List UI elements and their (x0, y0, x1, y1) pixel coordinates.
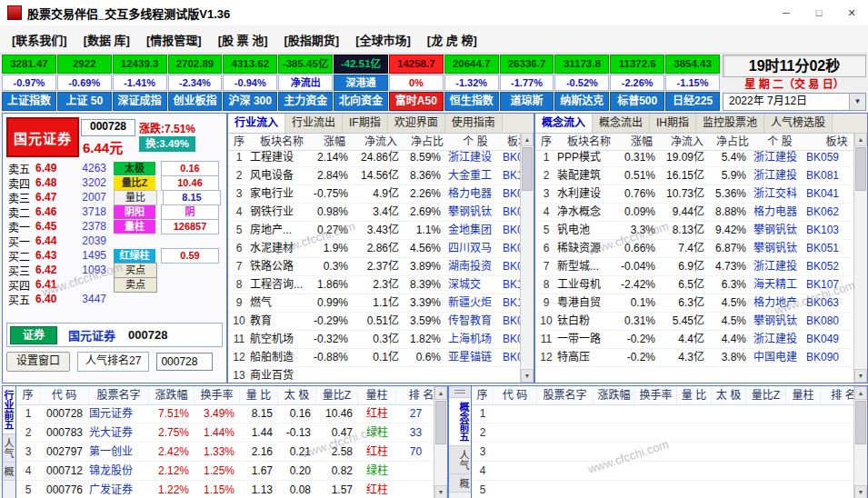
menu-item[interactable]: [股指期货] (276, 27, 348, 52)
tab[interactable]: 使用指南 (445, 114, 503, 133)
scroll-up-icon[interactable]: ▲ (521, 133, 534, 146)
scrollbar[interactable]: ▲ ▼ (434, 386, 447, 498)
order-book-row[interactable]: 买四 6.41 卖点 (3, 277, 226, 292)
market-index-cell[interactable]: 31173.8 -0.52% 纳斯达克 (554, 55, 609, 111)
tab[interactable]: IH期指 (650, 114, 696, 133)
index-label[interactable]: 标普500 (610, 92, 664, 111)
market-index-cell[interactable]: -42.51亿 深港通 北向资金 (334, 55, 388, 111)
maximize-icon[interactable]: □ (803, 0, 835, 25)
menu-item[interactable]: [股 票 池] (210, 27, 276, 52)
order-book-row[interactable]: 买三 6.42 1093 买点 (3, 263, 226, 277)
scroll-down-icon[interactable]: ▼ (521, 369, 534, 383)
stock-row[interactable]: 1 000728 国元证券 7.51% 3.49% 8.15 0.16 10.4… (16, 404, 435, 423)
stock-row[interactable]: 1 (472, 404, 855, 423)
stock-row[interactable]: 2 000783 光大证券 2.75% 1.44% 1.44 -0.13 0.4… (16, 423, 435, 443)
scrollbar[interactable]: ▲ ▼ (853, 133, 867, 383)
index-label[interactable]: 恒生指数 (444, 92, 499, 111)
sector-row[interactable]: 1 工程建设 2.14% 24.86亿 8.59% 浙江建设 BK042 (228, 149, 521, 167)
date-combobox[interactable]: 2022年 7月12日 ▼ (723, 93, 866, 111)
order-book-row[interactable]: 卖三 6.47 2007 量比 8.15 (3, 190, 226, 204)
tab[interactable]: 监控股票池 (696, 114, 764, 133)
close-icon[interactable]: ✕ (835, 0, 868, 25)
indicator-label[interactable]: 红绿柱 (114, 249, 155, 263)
sector-row[interactable]: 11 一带一路 -0.2% 4.4亿 4.4% 浙江建投 BK049 (535, 331, 854, 349)
stock-row[interactable]: 5 (472, 481, 855, 498)
index-label[interactable]: 上证 50 (57, 92, 112, 111)
indicator-label[interactable]: 买点 (114, 263, 157, 278)
market-index-cell[interactable]: 3281.47 -0.97% 上证指数 (2, 55, 56, 111)
menu-item[interactable]: [情报管理] (138, 27, 210, 52)
index-label[interactable]: 深证成指 (113, 92, 167, 111)
sector-row[interactable]: 9 燃气 0.99% 1.1亿 3.39% 新疆火炬 BK102 (228, 294, 521, 313)
sector-row[interactable]: 5 房地产... 0.27% 3.43亿 1.1% 金地集团 BK045 (228, 222, 521, 240)
stock-row[interactable]: 4 000712 锦龙股份 2.12% 1.25% 1.67 0.20 0.82… (16, 462, 435, 481)
order-book-row[interactable]: 买二 6.43 1495 红绿柱 0.59 (3, 248, 226, 263)
sector-row[interactable]: 6 稀缺资源 0.66% 7.4亿 6.87% 攀钢钒钛 BK051 (535, 240, 854, 258)
index-label[interactable]: 北向资金 (334, 92, 388, 111)
index-label[interactable]: 沪深 300 (223, 92, 277, 111)
sector-row[interactable]: 11 航空机场 -0.32% 0.3亿 1.82% 上海机场 BK042 (228, 331, 521, 349)
minimize-icon[interactable]: ─ (770, 0, 803, 25)
sector-row[interactable]: 7 铁路公路 0.3% 2.37亿 3.89% 湖南投资 BK042 (228, 258, 521, 276)
tab[interactable]: 概念流入 (535, 114, 593, 133)
market-index-cell[interactable]: 14258.7 0% 富时A50 (389, 55, 444, 111)
stock-code-input[interactable] (156, 353, 213, 371)
market-index-cell[interactable]: 3854.43 -1.15% 日经225 (665, 55, 720, 111)
order-book-row[interactable]: 卖一 6.45 2378 量柱 126857 (3, 219, 226, 234)
vertical-tab[interactable]: 人气 (449, 446, 471, 474)
scroll-down-icon[interactable]: ▼ (434, 485, 447, 498)
vertical-tab[interactable]: 概念前五 (449, 398, 471, 446)
sector-row[interactable]: 5 钒电池 3.3% 8.13亿 9.42% 攀钢钒钛 BK103 (535, 222, 854, 240)
scroll-down-icon[interactable]: ▼ (854, 369, 867, 383)
market-index-cell[interactable]: 2922 -0.69% 上证 50 (57, 55, 112, 111)
sector-row[interactable]: 4 钢铁行业 0.98% 3.4亿 2.69% 攀钢钒钛 BK047 (228, 204, 521, 222)
indicator-label[interactable]: 量比 (114, 190, 157, 205)
menu-item[interactable]: [数据 库] (75, 27, 138, 52)
market-index-cell[interactable]: 2702.89 -2.34% 创业板指 (168, 55, 223, 111)
stock-row[interactable]: 4 (472, 462, 855, 481)
sector-row[interactable]: 8 工业母机 -2.42% 6.5亿 6.3% 海天精工 BK107 (535, 276, 854, 294)
index-label[interactable]: 主力资金 (278, 92, 333, 111)
scroll-up-icon[interactable]: ▲ (854, 133, 867, 146)
index-label[interactable]: 富时A50 (389, 92, 444, 111)
scroll-thumb[interactable] (435, 401, 446, 444)
vertical-tab[interactable]: 概 (3, 463, 15, 481)
sector-row[interactable]: 1 PPP模式 0.31% 19.09亿 5.4% 浙江建投 BK059 (535, 149, 854, 167)
sector-row[interactable]: 3 水利建设 0.76% 10.73亿 5.36% 浙江交科 BK041 (535, 185, 854, 204)
index-label[interactable]: 纳斯达克 (554, 92, 609, 111)
indicator-label[interactable]: 太极 (114, 162, 155, 175)
sector-row[interactable]: 6 水泥建材 1.9% 2.86亿 4.56% 四川双马 BK042 (228, 240, 521, 258)
scroll-up-icon[interactable]: ▲ (434, 386, 447, 400)
order-book-row[interactable]: 买一 6.44 2039 (3, 234, 226, 248)
scroll-thumb[interactable] (855, 401, 866, 444)
vertical-tab[interactable]: 概 (449, 474, 471, 493)
tab[interactable]: 人气榜选股 (764, 114, 833, 133)
sector-row[interactable]: 13 商业百货 (228, 367, 521, 383)
market-index-cell[interactable]: 4313.62 -0.94% 沪深 300 (223, 55, 277, 111)
tab[interactable]: 行业流出 (285, 114, 343, 133)
market-index-cell[interactable]: 26336.7 -1.77% 道琼斯 (500, 55, 554, 111)
scroll-down-icon[interactable]: ▼ (854, 485, 867, 498)
scroll-thumb[interactable] (522, 147, 533, 191)
scroll-up-icon[interactable]: ▲ (854, 386, 867, 400)
indicator-label[interactable]: 卖点 (114, 277, 157, 293)
market-index-cell[interactable]: 11372.6 -2.26% 标普500 (610, 55, 664, 111)
stock-row[interactable]: 3 002797 第一创业 2.42% 1.33% 2.16 0.21 2.58… (16, 443, 435, 462)
market-index-cell[interactable]: 20644.7 -1.32% 恒生指数 (444, 55, 499, 111)
order-book-row[interactable]: 买五 6.40 3447 (3, 292, 226, 306)
stock-name-badge[interactable]: 国元证券 (6, 117, 79, 157)
order-book-row[interactable]: 卖二 6.46 3718 阴阳 阴 (3, 204, 226, 219)
order-book-row[interactable]: 卖四 6.48 3202 量比Z 10.46 (3, 175, 226, 190)
scrollbar[interactable]: ▲ ▼ (853, 386, 867, 498)
scrollbar[interactable]: ▲ ▼ (520, 133, 534, 383)
vertical-tab[interactable]: 行业前五 (3, 386, 15, 434)
index-label[interactable]: 日经225 (665, 92, 720, 111)
sector-row[interactable]: 3 家电行业 -0.75% 4.9亿 2.26% 格力电器 BK045 (228, 185, 521, 204)
tab[interactable]: 概念流出 (593, 114, 650, 133)
sector-row[interactable]: 10 教育 -0.29% 0.51亿 3.59% 传智教育 BK074 (228, 313, 521, 331)
chevron-down-icon[interactable]: ▼ (849, 94, 865, 110)
market-index-cell[interactable]: 12439.3 -1.41% 深证成指 (113, 55, 167, 111)
sector-row[interactable]: 2 装配建筑 0.51% 16.15亿 5.9% 浙江建投 BK081 (535, 167, 854, 185)
indicator-label[interactable]: 量柱 (114, 220, 155, 234)
tab[interactable]: IF期指 (343, 114, 388, 133)
